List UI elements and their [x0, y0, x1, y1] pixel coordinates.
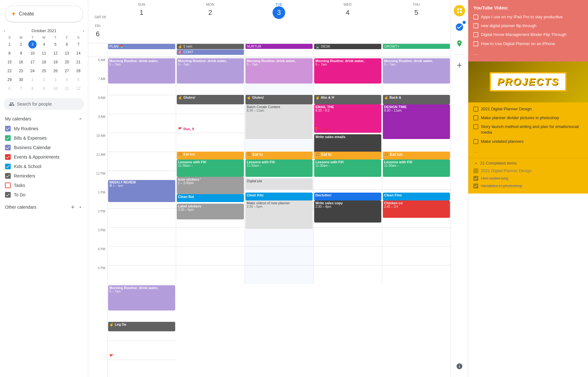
day-num-mon[interactable]: 2	[204, 6, 216, 19]
event-chicken[interactable]: Chicken co 2:45 – 3:4	[383, 200, 450, 218]
mini-cal-prev[interactable]: ‹	[4, 28, 5, 33]
mini-cal-day[interactable]: 4	[40, 40, 48, 49]
mini-cal-day[interactable]: 27	[63, 67, 71, 75]
mini-cal-day-today[interactable]: 3	[28, 40, 37, 49]
mini-cal-day[interactable]: 17	[28, 58, 37, 66]
mini-cal-day[interactable]: 25	[40, 67, 48, 75]
event-digital-pla[interactable]: Digital pla	[245, 178, 313, 189]
mini-cal-day[interactable]: 2	[17, 40, 25, 49]
event-morning-fri[interactable]: Morning Routine: drink water, 5 – 7am	[108, 285, 175, 310]
event-make-videos[interactable]: Make videos of new planner 2:30 – 5pm	[245, 200, 313, 229]
allday-event[interactable]: NURTUR	[245, 44, 313, 49]
mini-cal-day[interactable]: 11	[63, 84, 71, 93]
event-clean-bat[interactable]: Clean Bat	[177, 194, 244, 202]
event-batch-create[interactable]: Batch Create Content 8:30 – 11am	[245, 104, 313, 139]
yt-checkbox-4[interactable]	[473, 41, 478, 46]
event-leg-fri[interactable]: ☝ Leg Da	[108, 322, 175, 331]
mini-cal-day[interactable]: 19	[51, 58, 60, 66]
mini-cal-day[interactable]: 13	[63, 49, 71, 57]
day-num-sun[interactable]: 1	[135, 6, 148, 19]
mini-cal-day[interactable]: 15	[5, 58, 14, 66]
allday-event[interactable]: PLAN 📚	[108, 44, 175, 49]
business-checkbox[interactable]	[5, 145, 11, 150]
proj-checkbox-1[interactable]	[473, 107, 478, 112]
event-design-time[interactable]: DESIGN TIME 8:30 – 11am	[383, 104, 450, 139]
mini-cal-day[interactable]: 30	[17, 76, 25, 84]
day-num-fri[interactable]: 6	[91, 28, 104, 40]
kids-checkbox[interactable]	[5, 164, 11, 169]
create-button[interactable]: + Create	[5, 6, 83, 22]
info-icon[interactable]	[454, 361, 465, 372]
event-eat-mon[interactable]: 🍔 Eat lun	[177, 152, 244, 160]
add-other-calendar-icon[interactable]	[70, 205, 75, 210]
event-clean-kitchen[interactable]: Clean Kitc	[245, 193, 313, 200]
mini-cal-day[interactable]: 12	[51, 49, 60, 57]
event-morning-mon[interactable]: Morning Routine: drink water, 5 – 7am	[177, 58, 244, 84]
event-eat-wed[interactable]: 🍔 Eat lu	[314, 152, 381, 160]
mini-cal-day[interactable]: 26	[51, 67, 60, 75]
mini-cal-day[interactable]: 6	[63, 40, 71, 49]
allday-event[interactable]: GROWT+	[383, 44, 450, 49]
events-checkbox[interactable]	[5, 154, 11, 160]
event-icon-stickers[interactable]: Icon stickers ' 1 – 3:30pm	[177, 177, 244, 194]
calendar-item-events[interactable]: Events & Appointments	[0, 152, 88, 162]
yt-checkbox-3[interactable]	[473, 32, 478, 37]
mini-cal-day[interactable]: 22	[5, 67, 14, 75]
mini-cal-day[interactable]: 4	[63, 76, 71, 84]
mini-cal-day[interactable]: 2	[40, 76, 48, 84]
maps-icon[interactable]	[454, 38, 465, 49]
proj-checkbox-3[interactable]	[473, 124, 478, 129]
day-header-mon[interactable]: MON 2	[176, 0, 245, 21]
day-header-wed[interactable]: WED 4	[313, 0, 382, 21]
event-run-wed[interactable]: 🚩 Run, 9	[314, 126, 341, 134]
mini-cal-day[interactable]: 3	[51, 76, 60, 84]
calendar-item-bills[interactable]: Bills & Expenses	[0, 133, 88, 143]
yt-checkbox-2[interactable]	[473, 23, 478, 28]
calendar-item-todo[interactable]: To Do	[0, 190, 88, 200]
mini-cal-day[interactable]: 10	[51, 84, 60, 93]
tasks-checkbox[interactable]	[5, 183, 11, 188]
reminders-checkbox[interactable]	[5, 173, 11, 179]
event-weekly-review[interactable]: WEEKLY REVIEW 🗹 3 – 5pm	[108, 180, 175, 202]
event-clean-floor[interactable]: Clean Floo	[383, 193, 450, 200]
calendar-item-tasks[interactable]: Tasks	[0, 181, 88, 190]
allday-event[interactable]: 🎯 CONT	[177, 49, 244, 55]
event-run-fri[interactable]: 🚩	[108, 353, 135, 361]
event-fifi-tue[interactable]: Lessons with Fifi 11:30am –	[245, 160, 313, 177]
completed-header[interactable]: 21 Completed items	[473, 161, 583, 166]
event-write-sales-copy[interactable]: Write sales copy 2:30 – 4pm	[314, 200, 381, 223]
day-num-thu[interactable]: 5	[410, 6, 423, 19]
mini-cal-day[interactable]: 28	[74, 67, 83, 75]
mini-cal-day[interactable]: 5	[74, 76, 83, 84]
event-morning-thu[interactable]: Morning Routine: drink water, 5 – 7am	[383, 58, 450, 84]
mini-cal-day[interactable]: 20	[63, 58, 71, 66]
day-header-fri[interactable]: FRI 6	[88, 21, 107, 43]
mini-cal-day[interactable]: 24	[28, 67, 37, 75]
mini-cal-day[interactable]: 7	[74, 40, 83, 49]
allday-event[interactable]: ☝ 5 rem	[177, 44, 244, 49]
day-header-tue[interactable]: TUE 3	[245, 0, 313, 21]
mini-cal-day[interactable]: 6	[5, 84, 14, 93]
mini-cal-day[interactable]: 9	[40, 84, 48, 93]
mini-cal-day[interactable]: 1	[5, 40, 14, 49]
my-calendars-header[interactable]: My calendars	[0, 114, 88, 124]
todo-checkbox[interactable]	[5, 192, 11, 198]
google-apps-icon[interactable]	[454, 5, 465, 16]
mini-cal-day[interactable]: 11	[40, 49, 48, 57]
mini-cal-day[interactable]: 8	[28, 84, 37, 93]
mini-cal-day[interactable]: 23	[17, 67, 25, 75]
day-num-wed[interactable]: 4	[341, 6, 354, 19]
bills-checkbox[interactable]	[5, 135, 11, 141]
calendar-item-my-routines[interactable]: My Routines	[0, 124, 88, 133]
day-num-tue[interactable]: 3	[273, 6, 285, 19]
calendar-item-reminders[interactable]: Reminders	[0, 171, 88, 181]
mini-cal-day[interactable]: 1	[28, 76, 37, 84]
calendar-item-kids[interactable]: Kids & School	[0, 162, 88, 171]
mini-cal-day[interactable]: 7	[17, 84, 25, 93]
search-people-button[interactable]: Search for people	[4, 98, 84, 110]
mini-cal-day[interactable]: 29	[5, 76, 14, 84]
event-eat-thu[interactable]: 🍔 Eat lun	[383, 152, 450, 160]
mini-cal-day[interactable]: 10	[28, 49, 37, 57]
other-calendars-header[interactable]: Other calendars	[0, 202, 88, 212]
mini-cal-day[interactable]: 8	[5, 49, 14, 57]
